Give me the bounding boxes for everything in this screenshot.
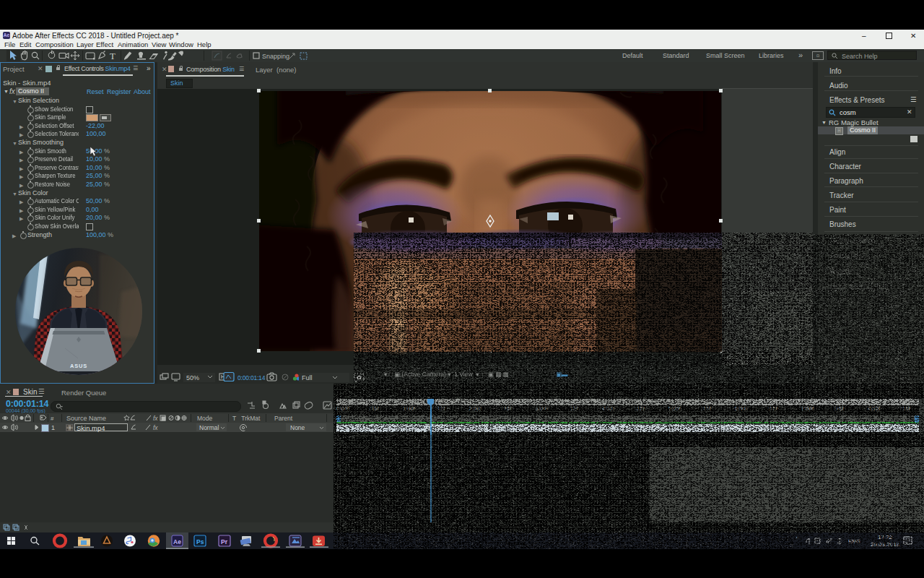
- svg-text:fx: fx: [153, 415, 158, 422]
- svg-text:ASUS: ASUS: [70, 363, 87, 369]
- svg-text:ENG: ENG: [848, 538, 860, 545]
- svg-text:Source Name: Source Name: [66, 415, 106, 422]
- svg-text:Snapping: Snapping: [262, 53, 289, 60]
- svg-text:T: T: [110, 51, 116, 61]
- svg-text:50%: 50%: [186, 374, 199, 381]
- svg-text:Ae: Ae: [173, 538, 181, 545]
- svg-text:fx: fx: [153, 424, 158, 431]
- svg-text:#: #: [51, 415, 54, 422]
- svg-text:Pr: Pr: [221, 538, 228, 545]
- svg-text:Ps: Ps: [196, 538, 204, 545]
